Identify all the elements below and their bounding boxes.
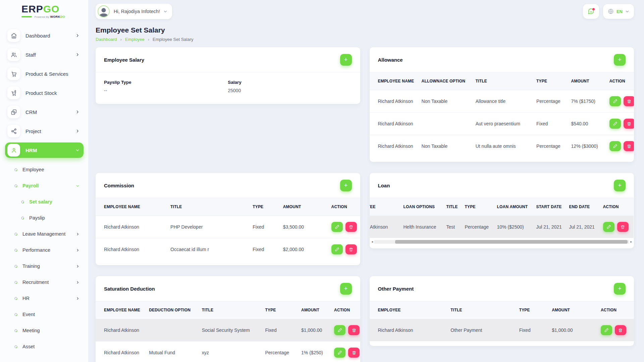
column-header: TYPE — [533, 72, 568, 90]
chevron-right-icon — [75, 53, 79, 57]
sidebar-subitem-recruitment[interactable]: Recruitment — [0, 274, 88, 290]
breadcrumb-dashboard-link[interactable]: Dashboard — [96, 37, 117, 42]
add-deduction-button[interactable]: + — [340, 283, 352, 295]
sidebar-item-hrm[interactable]: HRM — [5, 142, 84, 158]
trash-icon — [352, 351, 356, 355]
language-selector[interactable]: EN — [603, 4, 634, 19]
sidebar-item-staff[interactable]: Staff — [5, 47, 84, 62]
delete-button[interactable] — [624, 96, 634, 106]
share-nodes-icon — [7, 125, 20, 137]
add-other-payment-button[interactable]: + — [614, 283, 626, 295]
sidebar-item-label: Product Stock — [25, 90, 57, 96]
bullet-icon — [14, 328, 18, 333]
cell-allowance-option: Non Taxable — [418, 90, 472, 113]
add-salary-button[interactable]: + — [340, 54, 352, 66]
action-cell — [331, 319, 360, 342]
sidebar-nav: Dashboard Staff Product & Services Produ… — [0, 28, 88, 355]
sidebar-subitem-training[interactable]: Training — [0, 258, 88, 274]
person-icon — [7, 144, 20, 157]
powered-by-text: Powered By WORKDO — [35, 15, 65, 18]
delete-button[interactable] — [348, 348, 360, 358]
sidebar-item-crm[interactable]: CRM — [5, 104, 84, 120]
pencil-icon — [613, 121, 618, 126]
add-commission-button[interactable]: + — [340, 180, 352, 191]
edit-button[interactable] — [601, 325, 612, 335]
sidebar-subitem-event[interactable]: Event — [0, 306, 88, 322]
edit-button[interactable] — [609, 96, 621, 106]
delete-button[interactable] — [345, 244, 357, 254]
sidebar-subitem-meeting[interactable]: Meeting — [0, 322, 88, 339]
delete-button[interactable] — [624, 119, 634, 129]
sidebar-item-product-services[interactable]: Product & Services — [5, 66, 84, 81]
bullet-icon — [14, 168, 18, 172]
trash-icon — [627, 99, 631, 104]
scrollbar-track[interactable] — [374, 240, 629, 244]
sidebar-subitem-payslip[interactable]: Payslip — [0, 210, 88, 226]
delete-button[interactable] — [617, 222, 629, 232]
sidebar-item-product-stock[interactable]: Product Stock — [5, 85, 84, 101]
notification-dot — [592, 8, 595, 10]
trash-icon — [352, 328, 356, 333]
scroll-right-arrow[interactable]: ▸ — [630, 240, 633, 244]
cell-title: Ut nulla aute omnis — [472, 135, 533, 158]
cell-type: Percentage — [533, 135, 568, 158]
sidebar-subitem-leave-management[interactable]: Leave Management — [0, 226, 88, 242]
sidebar-item-label: HRM — [25, 147, 37, 153]
table-row: Richard Atkinson Other Payment Fixed $1,… — [370, 319, 634, 342]
payslip-type-value: -- — [104, 88, 228, 93]
add-allowance-button[interactable]: + — [614, 54, 626, 66]
breadcrumb-employee-link[interactable]: Employee — [125, 37, 145, 42]
column-header: LOAN AMOUNT — [494, 198, 533, 216]
saturation-deduction-table: EMPLOYEE NAME DEDUCTION OPTION TITLE TYP… — [96, 301, 360, 362]
action-cell — [606, 90, 634, 113]
chevron-down-icon — [163, 9, 167, 13]
commission-table: EMPLOYEE NAME TITLE TYPE AMOUNT ACTION R… — [96, 198, 360, 260]
sidebar-subitem-label: Payslip — [29, 215, 45, 221]
sidebar-subitem-hr[interactable]: HR — [0, 290, 88, 306]
bullet-icon — [14, 312, 18, 317]
table-row: Richard Atkinson Mutual Fund xyz Percent… — [96, 342, 360, 362]
sidebar-item-dashboard[interactable]: Dashboard — [5, 28, 84, 43]
edit-button[interactable] — [331, 222, 343, 232]
scroll-left-arrow[interactable]: ◂ — [371, 240, 374, 244]
sidebar-subitem-performance[interactable]: Performance — [0, 242, 88, 258]
table-row: Richard Atkinson PHP Developer Fixed $3,… — [96, 216, 360, 238]
edit-button[interactable] — [609, 141, 621, 151]
edit-button[interactable] — [603, 222, 614, 232]
cell-employee-name: Richard Atkinson — [370, 319, 447, 342]
scrollbar-thumb[interactable] — [395, 240, 628, 244]
delete-button[interactable] — [615, 325, 626, 335]
cell-employee-name: Richard Atkinson — [96, 319, 146, 342]
cell-loan-amount: 10% ($2500) — [494, 216, 533, 238]
column-header: ACTION — [597, 301, 634, 319]
cell-allowance-option — [418, 113, 472, 135]
pencil-icon — [604, 328, 609, 333]
user-menu[interactable]: Hi, Rajodiya Infotech! — [96, 4, 172, 19]
delete-button[interactable] — [345, 222, 357, 232]
loan-card: Loan + EMPLOYEE LOAN OPTIONS TITLE TYPE … — [370, 173, 634, 248]
edit-button[interactable] — [331, 244, 343, 254]
edit-button[interactable] — [609, 119, 621, 129]
chevron-right-icon — [76, 232, 79, 236]
sidebar-subitem-set-salary[interactable]: Set salary — [0, 194, 88, 210]
sidebar-subitem-employee[interactable]: Employee — [0, 162, 88, 178]
sidebar-subitem-label: Leave Management — [22, 231, 65, 237]
messages-button[interactable] — [583, 4, 599, 19]
sidebar-subitem-asset[interactable]: Asset — [0, 339, 88, 355]
bullet-icon — [14, 184, 18, 188]
edit-button[interactable] — [334, 348, 345, 358]
cell-type: Fixed — [249, 216, 280, 238]
salary-value: 25000 — [228, 88, 352, 93]
edit-button[interactable] — [334, 325, 345, 335]
sidebar-subitem-label: Training — [22, 263, 40, 269]
delete-button[interactable] — [348, 325, 360, 335]
cell-employee-name: Richard Atkinson — [370, 216, 400, 238]
table-header-row: EMPLOYEE TITLE TYPE AMOUNT ACTION — [370, 301, 634, 319]
sidebar-subitem-payroll[interactable]: Payroll — [0, 178, 88, 194]
sidebar-item-project[interactable]: Project — [5, 123, 84, 139]
delete-button[interactable] — [624, 141, 634, 151]
add-loan-button[interactable]: + — [614, 180, 626, 191]
chevron-right-icon — [75, 110, 79, 114]
pencil-icon — [335, 225, 339, 229]
trash-icon — [349, 225, 353, 229]
